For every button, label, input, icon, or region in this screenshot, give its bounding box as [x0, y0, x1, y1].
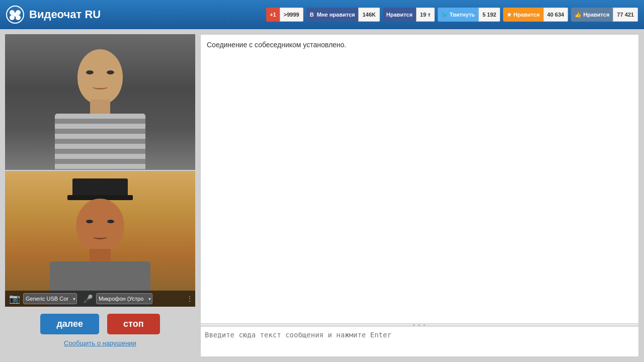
ok-button[interactable]: ★ Нравится 40 634: [503, 8, 568, 22]
connection-status: Соединение с собеседником установлено.: [207, 41, 632, 49]
fb-like-count: 146K: [358, 8, 379, 22]
mic-select-wrapper[interactable]: Микрофон (Устро: [96, 293, 152, 304]
logo-text: Видеочат RU: [29, 8, 101, 21]
camera-select-wrapper[interactable]: Generic USB Cor: [23, 293, 77, 304]
twitter-label: 🐦 Твитнуть: [438, 8, 478, 22]
gplus-label: +1: [266, 8, 280, 22]
twitter-count: 5 192: [478, 8, 501, 22]
report-link[interactable]: Сообщить о нарушении: [64, 339, 136, 347]
partner-video: [5, 34, 195, 170]
action-buttons: далее стоп: [5, 314, 195, 334]
logo-area[interactable]: Видеочат RU: [6, 6, 101, 24]
chat-input[interactable]: [205, 331, 634, 352]
header: Видеочат RU +1 >9999 В Мне нравится 146K…: [0, 0, 644, 29]
main-content: 📷 Generic USB Cor 🎤 Микрофон (Устро ⋮: [0, 29, 644, 362]
gplus-button[interactable]: +1 >9999: [266, 8, 303, 22]
fb-like-button[interactable]: В Мне нравится 146K: [306, 8, 380, 22]
mic-select[interactable]: Микрофон (Устро: [96, 293, 152, 304]
stop-button[interactable]: стоп: [107, 314, 159, 334]
twitter-button[interactable]: 🐦 Твитнуть 5 192: [438, 8, 501, 22]
ok-count: 40 634: [543, 8, 569, 22]
chat-panel: Соединение с собеседником установлено. •…: [200, 34, 639, 357]
next-button[interactable]: далее: [40, 314, 99, 334]
logo-icon: [6, 6, 24, 24]
fb-share-button[interactable]: Нравится 19 т: [383, 8, 435, 22]
chat-messages: Соединение с собеседником установлено.: [201, 35, 638, 323]
left-panel: 📷 Generic USB Cor 🎤 Микрофон (Устро ⋮: [5, 34, 195, 357]
mic-icon: 🎤: [83, 294, 93, 304]
ok-label: ★ Нравится: [503, 8, 543, 22]
camera-select[interactable]: Generic USB Cor: [23, 293, 77, 304]
vk-count: 77 421: [613, 8, 638, 22]
fb-like-label: В Мне нравится: [306, 8, 359, 22]
fb-share-label: Нравится: [383, 8, 416, 22]
drag-handle: ⋮: [186, 295, 193, 302]
svg-point-5: [13, 13, 17, 17]
fb-share-count: 19 т: [416, 8, 435, 22]
camera-icon: 📷: [9, 293, 20, 304]
vk-label: 👍 Нравится: [571, 8, 613, 22]
self-video: 📷 Generic USB Cor 🎤 Микрофон (Устро ⋮: [5, 171, 195, 307]
chat-input-area: [201, 326, 638, 356]
camera-controls: 📷 Generic USB Cor 🎤 Микрофон (Устро ⋮: [5, 291, 195, 307]
report-area: Сообщить о нарушении: [5, 338, 195, 347]
vk-button[interactable]: 👍 Нравится 77 421: [571, 8, 638, 22]
social-buttons: +1 >9999 В Мне нравится 146K Нравится 19…: [266, 8, 638, 22]
gplus-count: >9999: [280, 8, 303, 22]
